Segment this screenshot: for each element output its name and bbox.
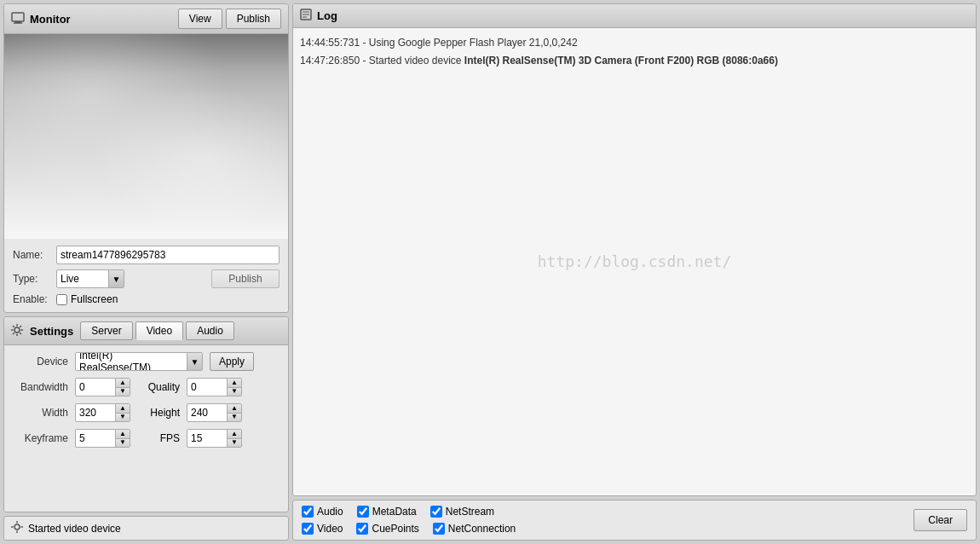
status-bar: Started video device (3, 516, 289, 541)
height-label: Height (137, 407, 180, 419)
height-up[interactable]: ▲ (228, 404, 241, 414)
height-input[interactable] (187, 405, 227, 420)
view-button[interactable]: View (178, 9, 222, 29)
keyframe-down[interactable]: ▼ (116, 439, 130, 448)
quality-label: Quality (137, 381, 180, 393)
bandwidth-spinner[interactable]: ▲ ▼ (75, 378, 130, 396)
settings-header: Settings Server Video Audio (4, 317, 288, 345)
tab-audio[interactable]: Audio (186, 321, 234, 340)
checkbox-row-2: Video CuePoints NetConnection (302, 523, 516, 535)
log-entry-2: 14:47:26:850 - Started video device Inte… (300, 53, 969, 69)
name-input[interactable] (56, 246, 280, 264)
checkbox-netstream-label[interactable]: NetStream (430, 506, 494, 518)
svg-point-12 (14, 524, 20, 530)
quality-down[interactable]: ▼ (228, 388, 241, 396)
svg-point-3 (14, 327, 20, 333)
fps-label: FPS (137, 432, 180, 444)
checkbox-metadata[interactable] (357, 506, 369, 518)
watermark: http://blog.csdn.net/ (538, 250, 732, 275)
keyframe-input[interactable] (76, 431, 115, 446)
checkbox-audio[interactable] (302, 506, 314, 518)
fps-up[interactable]: ▲ (228, 430, 241, 439)
device-select[interactable]: Intel(R) RealSense(TM) ▼ (75, 352, 203, 371)
checkbox-netstream[interactable] (430, 506, 442, 518)
keyframe-label: Keyframe (13, 432, 68, 444)
bandwidth-input[interactable] (76, 379, 115, 395)
checkbox-netconnection[interactable] (433, 523, 445, 535)
device-select-arrow[interactable]: ▼ (187, 353, 202, 370)
apply-button[interactable]: Apply (210, 352, 254, 371)
fullscreen-checkbox-label[interactable]: Fullscreen (56, 293, 118, 305)
clear-button[interactable]: Clear (914, 509, 967, 531)
svg-line-9 (20, 333, 21, 334)
checkbox-row-1: Audio MetaData NetStream (302, 506, 516, 518)
checkbox-audio-text: Audio (317, 506, 343, 518)
bottom-bar: Audio MetaData NetStream Video (292, 500, 977, 541)
tab-server[interactable]: Server (80, 321, 132, 340)
monitor-title: Monitor (30, 13, 71, 26)
checkbox-video[interactable] (302, 523, 314, 535)
svg-line-11 (13, 333, 14, 334)
publish-button[interactable]: Publish (211, 269, 280, 288)
fps-input[interactable] (187, 431, 227, 446)
width-down[interactable]: ▼ (116, 414, 130, 422)
monitor-preview (4, 34, 288, 239)
name-label: Name: (13, 249, 51, 261)
bandwidth-up[interactable]: ▲ (116, 379, 130, 388)
status-text: Started video device (28, 523, 121, 535)
keyframe-spinner[interactable]: ▲ ▼ (75, 429, 130, 448)
quality-spinner[interactable]: ▲ ▼ (187, 378, 242, 396)
width-input[interactable] (76, 405, 115, 420)
type-select[interactable]: Live ▼ (56, 269, 124, 288)
checkbox-netconnection-label[interactable]: NetConnection (433, 523, 516, 535)
checkbox-metadata-text: MetaData (372, 506, 417, 518)
log-body: 14:44:55:731 - Using Google Pepper Flash… (293, 28, 976, 495)
monitor-header: Monitor View Publish (4, 4, 288, 34)
quality-input[interactable] (187, 379, 227, 395)
svg-line-8 (13, 326, 14, 327)
log-timestamp-2: 14:47:26:850 (300, 55, 360, 67)
status-icon (11, 521, 23, 535)
width-spinner[interactable]: ▲ ▼ (75, 403, 130, 422)
type-select-arrow[interactable]: ▼ (108, 270, 124, 287)
fullscreen-checkbox[interactable] (56, 294, 67, 305)
svg-line-10 (20, 326, 21, 327)
type-select-value: Live (57, 271, 108, 286)
height-spinner[interactable]: ▲ ▼ (187, 403, 242, 422)
checkbox-video-text: Video (317, 523, 343, 535)
publish-header-button[interactable]: Publish (226, 9, 281, 29)
log-header: Log (293, 4, 976, 28)
quality-up[interactable]: ▲ (228, 379, 241, 388)
device-label: Device (13, 356, 68, 367)
width-up[interactable]: ▲ (116, 404, 130, 414)
settings-title: Settings (30, 325, 73, 338)
log-device-name: Intel(R) RealSense(TM) 3D Camera (Front … (464, 55, 778, 67)
log-entry-1: 14:44:55:731 - Using Google Pepper Flash… (300, 35, 969, 51)
checkbox-audio-label[interactable]: Audio (302, 506, 343, 518)
log-icon (300, 9, 312, 23)
log-timestamp-1: 14:44:55:731 (300, 37, 360, 49)
device-select-value: Intel(R) RealSense(TM) (76, 352, 187, 371)
checkbox-cuepoints-text: CuePoints (372, 523, 418, 535)
fps-spinner[interactable]: ▲ ▼ (187, 429, 242, 448)
log-title: Log (317, 9, 337, 22)
keyframe-up[interactable]: ▲ (116, 430, 130, 439)
checkbox-netconnection-text: NetConnection (448, 523, 516, 535)
settings-tabs: Server Video Audio (80, 321, 234, 340)
checkbox-video-label[interactable]: Video (302, 523, 343, 535)
height-down[interactable]: ▼ (228, 414, 241, 422)
checkbox-metadata-label[interactable]: MetaData (357, 506, 417, 518)
bandwidth-label: Bandwidth (13, 381, 68, 393)
checkbox-netstream-text: NetStream (446, 506, 494, 518)
checkbox-cuepoints[interactable] (356, 523, 368, 535)
settings-icon (11, 324, 23, 339)
type-label: Type: (13, 273, 51, 285)
tab-video[interactable]: Video (135, 321, 183, 340)
checkbox-cuepoints-label[interactable]: CuePoints (356, 523, 418, 535)
monitor-icon (11, 12, 25, 26)
enable-label: Enable: (13, 293, 51, 305)
fps-down[interactable]: ▼ (228, 439, 241, 448)
bandwidth-down[interactable]: ▼ (116, 388, 130, 396)
fullscreen-label: Fullscreen (71, 293, 118, 305)
svg-rect-0 (12, 13, 24, 21)
